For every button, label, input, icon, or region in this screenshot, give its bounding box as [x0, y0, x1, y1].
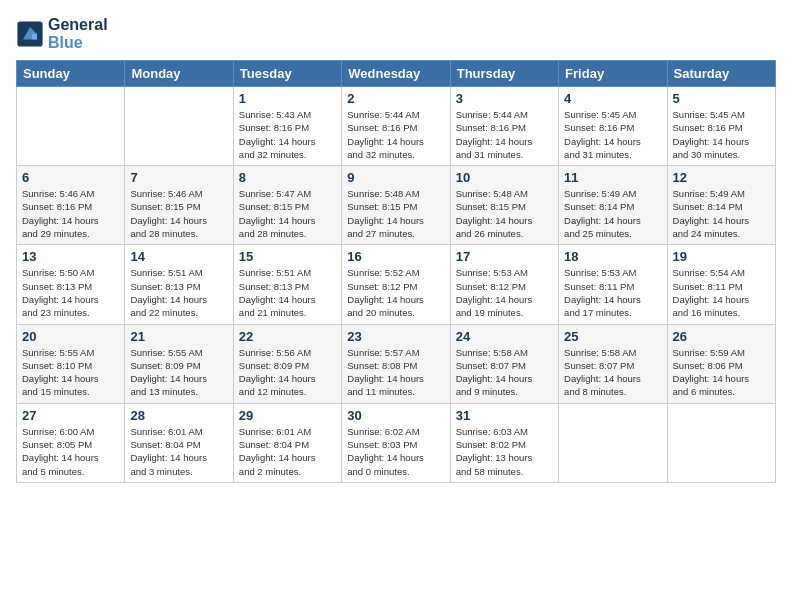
calendar-cell: 28Sunrise: 6:01 AM Sunset: 8:04 PM Dayli…: [125, 403, 233, 482]
calendar-cell: 17Sunrise: 5:53 AM Sunset: 8:12 PM Dayli…: [450, 245, 558, 324]
day-info: Sunrise: 5:55 AM Sunset: 8:10 PM Dayligh…: [22, 346, 119, 399]
day-number: 29: [239, 408, 336, 423]
day-info: Sunrise: 5:44 AM Sunset: 8:16 PM Dayligh…: [347, 108, 444, 161]
calendar-cell: 31Sunrise: 6:03 AM Sunset: 8:02 PM Dayli…: [450, 403, 558, 482]
calendar-cell: 4Sunrise: 5:45 AM Sunset: 8:16 PM Daylig…: [559, 87, 667, 166]
col-header-thursday: Thursday: [450, 61, 558, 87]
day-number: 6: [22, 170, 119, 185]
day-info: Sunrise: 5:59 AM Sunset: 8:06 PM Dayligh…: [673, 346, 770, 399]
day-number: 10: [456, 170, 553, 185]
day-info: Sunrise: 6:01 AM Sunset: 8:04 PM Dayligh…: [130, 425, 227, 478]
logo-icon: [16, 20, 44, 48]
calendar-cell: 21Sunrise: 5:55 AM Sunset: 8:09 PM Dayli…: [125, 324, 233, 403]
day-number: 3: [456, 91, 553, 106]
col-header-tuesday: Tuesday: [233, 61, 341, 87]
day-number: 27: [22, 408, 119, 423]
calendar-cell: 8Sunrise: 5:47 AM Sunset: 8:15 PM Daylig…: [233, 166, 341, 245]
calendar-cell: 25Sunrise: 5:58 AM Sunset: 8:07 PM Dayli…: [559, 324, 667, 403]
logo-text: General Blue: [48, 16, 108, 52]
day-info: Sunrise: 5:54 AM Sunset: 8:11 PM Dayligh…: [673, 266, 770, 319]
day-number: 20: [22, 329, 119, 344]
day-number: 19: [673, 249, 770, 264]
calendar-cell: 10Sunrise: 5:48 AM Sunset: 8:15 PM Dayli…: [450, 166, 558, 245]
day-info: Sunrise: 5:45 AM Sunset: 8:16 PM Dayligh…: [564, 108, 661, 161]
calendar-cell: [125, 87, 233, 166]
day-number: 26: [673, 329, 770, 344]
day-number: 24: [456, 329, 553, 344]
day-number: 16: [347, 249, 444, 264]
day-number: 5: [673, 91, 770, 106]
calendar-cell: 2Sunrise: 5:44 AM Sunset: 8:16 PM Daylig…: [342, 87, 450, 166]
day-info: Sunrise: 5:56 AM Sunset: 8:09 PM Dayligh…: [239, 346, 336, 399]
calendar-cell: 6Sunrise: 5:46 AM Sunset: 8:16 PM Daylig…: [17, 166, 125, 245]
calendar-cell: 18Sunrise: 5:53 AM Sunset: 8:11 PM Dayli…: [559, 245, 667, 324]
calendar-cell: 12Sunrise: 5:49 AM Sunset: 8:14 PM Dayli…: [667, 166, 775, 245]
col-header-sunday: Sunday: [17, 61, 125, 87]
day-info: Sunrise: 5:45 AM Sunset: 8:16 PM Dayligh…: [673, 108, 770, 161]
calendar-cell: 5Sunrise: 5:45 AM Sunset: 8:16 PM Daylig…: [667, 87, 775, 166]
day-info: Sunrise: 6:02 AM Sunset: 8:03 PM Dayligh…: [347, 425, 444, 478]
day-info: Sunrise: 6:03 AM Sunset: 8:02 PM Dayligh…: [456, 425, 553, 478]
day-number: 23: [347, 329, 444, 344]
col-header-monday: Monday: [125, 61, 233, 87]
day-number: 18: [564, 249, 661, 264]
day-info: Sunrise: 5:46 AM Sunset: 8:15 PM Dayligh…: [130, 187, 227, 240]
day-info: Sunrise: 5:48 AM Sunset: 8:15 PM Dayligh…: [456, 187, 553, 240]
calendar-cell: 27Sunrise: 6:00 AM Sunset: 8:05 PM Dayli…: [17, 403, 125, 482]
col-header-wednesday: Wednesday: [342, 61, 450, 87]
col-header-saturday: Saturday: [667, 61, 775, 87]
day-number: 1: [239, 91, 336, 106]
calendar-cell: [17, 87, 125, 166]
day-number: 17: [456, 249, 553, 264]
calendar-cell: 19Sunrise: 5:54 AM Sunset: 8:11 PM Dayli…: [667, 245, 775, 324]
calendar-week-4: 20Sunrise: 5:55 AM Sunset: 8:10 PM Dayli…: [17, 324, 776, 403]
day-number: 7: [130, 170, 227, 185]
day-info: Sunrise: 6:01 AM Sunset: 8:04 PM Dayligh…: [239, 425, 336, 478]
calendar-cell: 26Sunrise: 5:59 AM Sunset: 8:06 PM Dayli…: [667, 324, 775, 403]
calendar-cell: 15Sunrise: 5:51 AM Sunset: 8:13 PM Dayli…: [233, 245, 341, 324]
day-number: 25: [564, 329, 661, 344]
day-info: Sunrise: 5:47 AM Sunset: 8:15 PM Dayligh…: [239, 187, 336, 240]
day-number: 11: [564, 170, 661, 185]
day-info: Sunrise: 5:55 AM Sunset: 8:09 PM Dayligh…: [130, 346, 227, 399]
day-info: Sunrise: 5:43 AM Sunset: 8:16 PM Dayligh…: [239, 108, 336, 161]
calendar-cell: 11Sunrise: 5:49 AM Sunset: 8:14 PM Dayli…: [559, 166, 667, 245]
calendar-cell: [667, 403, 775, 482]
day-info: Sunrise: 5:49 AM Sunset: 8:14 PM Dayligh…: [564, 187, 661, 240]
day-number: 13: [22, 249, 119, 264]
day-number: 28: [130, 408, 227, 423]
day-info: Sunrise: 5:58 AM Sunset: 8:07 PM Dayligh…: [564, 346, 661, 399]
day-info: Sunrise: 5:53 AM Sunset: 8:12 PM Dayligh…: [456, 266, 553, 319]
day-info: Sunrise: 5:52 AM Sunset: 8:12 PM Dayligh…: [347, 266, 444, 319]
day-info: Sunrise: 5:46 AM Sunset: 8:16 PM Dayligh…: [22, 187, 119, 240]
calendar-week-5: 27Sunrise: 6:00 AM Sunset: 8:05 PM Dayli…: [17, 403, 776, 482]
svg-marker-2: [31, 34, 37, 40]
calendar-cell: 22Sunrise: 5:56 AM Sunset: 8:09 PM Dayli…: [233, 324, 341, 403]
col-header-friday: Friday: [559, 61, 667, 87]
day-info: Sunrise: 5:50 AM Sunset: 8:13 PM Dayligh…: [22, 266, 119, 319]
day-number: 15: [239, 249, 336, 264]
day-info: Sunrise: 5:53 AM Sunset: 8:11 PM Dayligh…: [564, 266, 661, 319]
calendar-cell: 24Sunrise: 5:58 AM Sunset: 8:07 PM Dayli…: [450, 324, 558, 403]
day-number: 12: [673, 170, 770, 185]
calendar-cell: 7Sunrise: 5:46 AM Sunset: 8:15 PM Daylig…: [125, 166, 233, 245]
day-number: 9: [347, 170, 444, 185]
day-number: 8: [239, 170, 336, 185]
day-info: Sunrise: 5:44 AM Sunset: 8:16 PM Dayligh…: [456, 108, 553, 161]
day-number: 30: [347, 408, 444, 423]
day-number: 31: [456, 408, 553, 423]
day-info: Sunrise: 5:57 AM Sunset: 8:08 PM Dayligh…: [347, 346, 444, 399]
day-number: 2: [347, 91, 444, 106]
day-info: Sunrise: 5:49 AM Sunset: 8:14 PM Dayligh…: [673, 187, 770, 240]
logo: General Blue: [16, 16, 108, 52]
calendar-table: SundayMondayTuesdayWednesdayThursdayFrid…: [16, 60, 776, 483]
day-number: 22: [239, 329, 336, 344]
calendar-cell: 1Sunrise: 5:43 AM Sunset: 8:16 PM Daylig…: [233, 87, 341, 166]
calendar-week-2: 6Sunrise: 5:46 AM Sunset: 8:16 PM Daylig…: [17, 166, 776, 245]
calendar-cell: 16Sunrise: 5:52 AM Sunset: 8:12 PM Dayli…: [342, 245, 450, 324]
day-info: Sunrise: 5:58 AM Sunset: 8:07 PM Dayligh…: [456, 346, 553, 399]
page-header: General Blue: [16, 16, 776, 52]
day-info: Sunrise: 6:00 AM Sunset: 8:05 PM Dayligh…: [22, 425, 119, 478]
calendar-cell: 14Sunrise: 5:51 AM Sunset: 8:13 PM Dayli…: [125, 245, 233, 324]
calendar-cell: 23Sunrise: 5:57 AM Sunset: 8:08 PM Dayli…: [342, 324, 450, 403]
